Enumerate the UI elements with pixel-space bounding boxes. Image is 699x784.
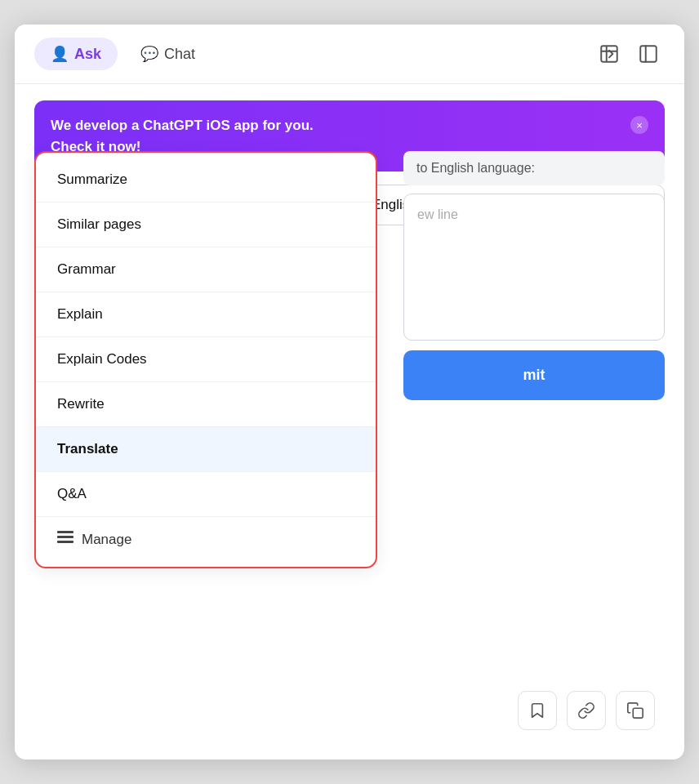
similar-pages-label: Similar pages (57, 216, 141, 233)
submit-button[interactable]: mit (403, 350, 665, 400)
svg-rect-4 (57, 541, 73, 543)
ask-icon: 👤 (51, 45, 69, 63)
launch-icon (599, 43, 620, 65)
dropdown-menu: Summarize Similar pages Grammar Explain … (34, 151, 377, 568)
manage-icon (57, 531, 73, 548)
input-textarea[interactable]: ew line (403, 194, 665, 341)
header: 👤 Ask 💬 Chat (15, 24, 684, 84)
ask-label: Ask (74, 46, 101, 63)
dropdown-item-manage[interactable]: Manage (36, 517, 376, 562)
svg-rect-0 (640, 46, 657, 62)
svg-rect-2 (57, 531, 73, 533)
dropdown-item-translate[interactable]: Translate (36, 427, 376, 472)
link-button[interactable] (567, 691, 606, 730)
qa-label: Q&A (57, 486, 87, 502)
grammar-label: Grammar (57, 261, 116, 278)
bottom-toolbar (518, 691, 655, 730)
tab-chat[interactable]: 💬 Chat (124, 38, 211, 70)
dropdown-item-similar-pages[interactable]: Similar pages (36, 203, 376, 247)
chat-label: Chat (164, 46, 195, 63)
explain-codes-label: Explain Codes (57, 351, 147, 368)
manage-label: Manage (82, 532, 131, 548)
tab-ask[interactable]: 👤 Ask (34, 38, 118, 70)
dropdown-item-rewrite[interactable]: Rewrite (36, 382, 376, 427)
textarea-placeholder: ew line (417, 207, 458, 221)
app-window: 👤 Ask 💬 Chat We develop a ChatGPT iOS ap… (15, 24, 684, 760)
copy-icon (626, 702, 644, 719)
translate-direction-label: to English language: (403, 151, 665, 185)
dropdown-item-explain-codes[interactable]: Explain Codes (36, 337, 376, 382)
sidebar-icon (638, 43, 659, 65)
bookmark-icon (528, 702, 546, 719)
chat-icon: 💬 (140, 45, 158, 63)
explain-label: Explain (57, 306, 103, 323)
link-icon (577, 702, 595, 719)
banner-close-button[interactable]: × (630, 116, 648, 134)
copy-button[interactable] (616, 691, 655, 730)
dropdown-item-qa[interactable]: Q&A (36, 472, 376, 517)
dropdown-item-grammar[interactable]: Grammar (36, 247, 376, 292)
rewrite-label: Rewrite (57, 396, 105, 412)
launch-button[interactable] (593, 38, 626, 70)
dropdown-item-summarize[interactable]: Summarize (36, 158, 376, 203)
right-panel: to English language: ew line mit (403, 151, 665, 400)
summarize-label: Summarize (57, 172, 127, 188)
sidebar-toggle-button[interactable] (632, 38, 665, 70)
bookmark-button[interactable] (518, 691, 557, 730)
dropdown-item-explain[interactable]: Explain (36, 292, 376, 337)
translate-label-item: Translate (57, 441, 118, 457)
svg-rect-5 (633, 708, 643, 718)
layers-icon (57, 531, 73, 544)
submit-label: mit (523, 367, 545, 383)
svg-rect-3 (57, 536, 73, 538)
